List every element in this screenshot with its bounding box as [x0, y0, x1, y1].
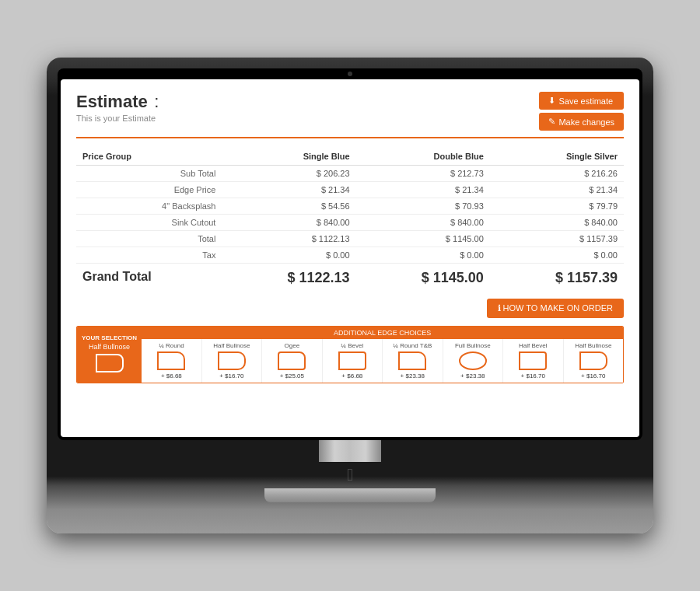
table-row: Sub Total $ 206.23 $ 212.73 $ 216.26 — [76, 166, 624, 182]
title-block: Estimate : This is your Estimate — [76, 92, 159, 123]
save-icon: ⬇ — [548, 96, 555, 106]
edge-shape-7 — [579, 351, 607, 370]
row-col3-3: $ 840.00 — [490, 215, 624, 231]
row-col3-1: $ 21.34 — [490, 182, 624, 198]
edge-shape-3 — [338, 351, 366, 370]
grand-total-row: Grand Total $ 1122.13 $ 1145.00 $ 1157.3… — [76, 264, 624, 290]
row-col1-3: $ 840.00 — [222, 215, 355, 231]
row-col2-4: $ 1145.00 — [356, 231, 490, 247]
edge-name-3: ¼ Bevel — [324, 342, 380, 349]
row-col1-4: $ 1122.13 — [222, 231, 355, 247]
row-col1-5: $ 0.00 — [222, 247, 355, 264]
row-label-5: Tax — [76, 247, 222, 264]
your-selection-block: YOUR SELECTION Half Bullnose — [77, 327, 142, 383]
info-icon: ℹ — [498, 303, 503, 313]
page-title: Estimate — [76, 92, 148, 111]
stand-neck — [319, 440, 381, 462]
estimate-table: Price Group Single Blue Double Blue Sing… — [76, 148, 624, 289]
edge-price-2: + $25.05 — [264, 372, 320, 379]
monitor-screen: Estimate : This is your Estimate ⬇ Save … — [61, 79, 639, 437]
table-row: Tax $ 0.00 $ 0.00 $ 0.00 — [76, 247, 624, 264]
edge-name-0: ¼ Round — [143, 342, 199, 349]
edge-choices-row: ¼ Round + $6.68 Half Bullnose + $16.70 O… — [142, 339, 623, 383]
edge-name-1: Half Bullnose — [204, 342, 260, 349]
edge-name-6: Half Bevel — [505, 342, 561, 349]
row-col2-5: $ 0.00 — [356, 247, 490, 264]
row-col1-1: $ 21.34 — [222, 182, 355, 198]
save-estimate-label: Save estimate — [558, 96, 613, 106]
edge-choice-item[interactable]: Full Bullnose + $23.38 — [443, 339, 503, 383]
edge-name-4: ¼ Round T&B — [384, 342, 440, 349]
your-selection-name: Half Bullnose — [82, 343, 137, 351]
row-col1-0: $ 206.23 — [222, 166, 355, 182]
edge-choice-item[interactable]: Half Bullnose + $16.70 — [564, 339, 623, 383]
grand-total-col2: $ 1145.00 — [356, 264, 490, 290]
edge-shape-0 — [157, 351, 185, 370]
row-col2-1: $ 21.34 — [356, 182, 490, 198]
col-single-silver: Single Silver — [490, 148, 624, 166]
table-header-row: Price Group Single Blue Double Blue Sing… — [76, 148, 624, 166]
edge-shape-1 — [218, 351, 246, 370]
edge-price-5: + $23.38 — [445, 372, 501, 379]
edge-shape-4 — [398, 351, 426, 370]
edge-price-0: + $6.68 — [143, 372, 199, 379]
edge-shape-5 — [459, 351, 487, 370]
additional-header: ADDITIONAL EDGE CHOICES — [142, 327, 623, 339]
edge-choice-item[interactable]: Half Bullnose + $16.70 — [202, 339, 262, 383]
grand-total-col1: $ 1122.13 — [222, 264, 355, 290]
save-estimate-button[interactable]: ⬇ Save estimate — [539, 92, 624, 110]
edge-choice-item[interactable]: Ogee + $25.05 — [262, 339, 322, 383]
row-col2-0: $ 212.73 — [356, 166, 490, 182]
how-to-order-row: ℹ HOW TO MAKE ON ORDER — [76, 299, 624, 318]
make-changes-button[interactable]: ✎ Make changes — [539, 113, 624, 131]
edge-shape-6 — [519, 351, 547, 370]
additional-block: ADDITIONAL EDGE CHOICES ¼ Round + $6.68 … — [142, 327, 623, 383]
edge-choice-item[interactable]: ¼ Round + $6.68 — [142, 339, 201, 383]
how-to-order-button[interactable]: ℹ HOW TO MAKE ON ORDER — [487, 299, 624, 318]
edge-choice-item[interactable]: Half Bevel + $16.70 — [503, 339, 563, 383]
edge-price-7: + $16.70 — [565, 372, 621, 379]
row-label-4: Total — [76, 231, 222, 247]
edge-price-6: + $16.70 — [505, 372, 561, 379]
row-col3-4: $ 1157.39 — [490, 231, 624, 247]
edit-icon: ✎ — [548, 117, 555, 127]
stand-base — [264, 488, 436, 502]
col-double-blue: Double Blue — [356, 148, 490, 166]
row-label-2: 4" Backsplash — [76, 198, 222, 215]
grand-total-col3: $ 1157.39 — [490, 264, 624, 290]
col-single-blue: Single Blue — [222, 148, 355, 166]
header-buttons: ⬇ Save estimate ✎ Make changes — [539, 92, 624, 131]
col-price-group: Price Group — [76, 148, 222, 166]
row-col3-5: $ 0.00 — [490, 247, 624, 264]
how-to-label: HOW TO MAKE ON ORDER — [503, 303, 613, 313]
edge-price-1: + $16.70 — [204, 372, 260, 379]
app-content: Estimate : This is your Estimate ⬇ Save … — [61, 79, 639, 396]
monitor-outer: Estimate : This is your Estimate ⬇ Save … — [47, 58, 653, 533]
apple-logo-icon:  — [58, 462, 642, 488]
camera-icon — [348, 72, 352, 76]
row-label-1: Edge Price — [76, 182, 222, 198]
row-label-3: Sink Cutout — [76, 215, 222, 231]
row-col2-2: $ 70.93 — [356, 198, 490, 215]
row-col3-0: $ 216.26 — [490, 166, 624, 182]
edge-section: YOUR SELECTION Half Bullnose ADDITIONAL … — [76, 326, 624, 383]
row-label-0: Sub Total — [76, 166, 222, 182]
table-row: Sink Cutout $ 840.00 $ 840.00 $ 840.00 — [76, 215, 624, 231]
selection-shape — [96, 354, 124, 372]
your-selection-label: YOUR SELECTION — [82, 334, 137, 341]
page-subtitle: This is your Estimate — [76, 114, 159, 123]
title-colon: : — [154, 92, 159, 111]
screen-bezel: Estimate : This is your Estimate ⬇ Save … — [58, 68, 642, 440]
row-col2-3: $ 840.00 — [356, 215, 490, 231]
table-row: 4" Backsplash $ 54.56 $ 70.93 $ 79.79 — [76, 198, 624, 215]
monitor: Estimate : This is your Estimate ⬇ Save … — [47, 58, 653, 533]
edge-name-5: Full Bullnose — [445, 342, 501, 349]
edge-choice-item[interactable]: ¼ Round T&B + $23.38 — [383, 339, 443, 383]
edge-choice-item[interactable]: ¼ Bevel + $6.68 — [323, 339, 383, 383]
row-col3-2: $ 79.79 — [490, 198, 624, 215]
edge-price-3: + $6.68 — [324, 372, 380, 379]
table-row: Edge Price $ 21.34 $ 21.34 $ 21.34 — [76, 182, 624, 198]
edge-name-7: Half Bullnose — [565, 342, 621, 349]
edge-shape-2 — [278, 351, 306, 370]
table-row: Total $ 1122.13 $ 1145.00 $ 1157.39 — [76, 231, 624, 247]
